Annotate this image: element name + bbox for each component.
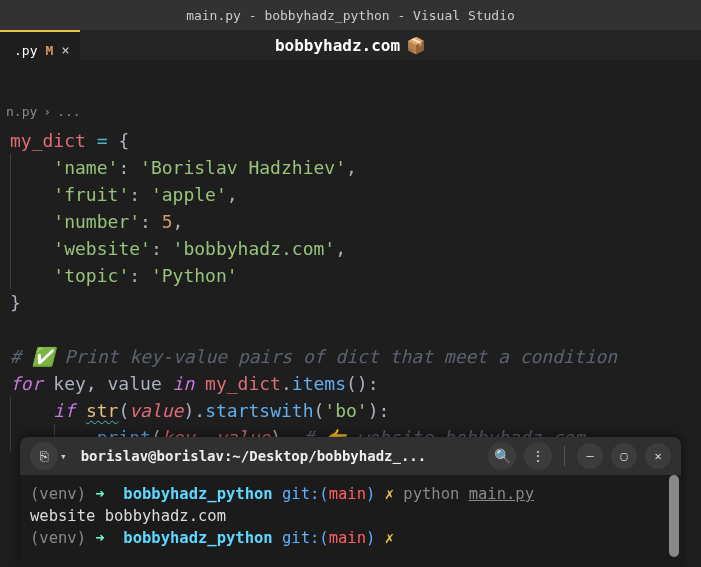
menu-icon[interactable]: ⋮ bbox=[524, 442, 552, 470]
terminal-panel: ⎘ ▾ borislav@borislav:~/Desktop/bobbyhad… bbox=[20, 437, 681, 567]
window-title-bar: main.py - bobbyhadz_python - Visual Stud… bbox=[0, 0, 701, 30]
code-line: my_dict = { bbox=[10, 127, 701, 154]
terminal-new-tab[interactable]: ⎘ ▾ bbox=[30, 442, 67, 470]
code-line: } bbox=[10, 289, 701, 316]
tab-modified-indicator: M bbox=[45, 43, 53, 58]
tab-main-py[interactable]: .py M × bbox=[0, 30, 80, 68]
editor-tabs: .py M × bbox=[0, 30, 80, 68]
terminal-title: borislav@borislav:~/Desktop/bobbyhadz_..… bbox=[75, 448, 480, 464]
chevron-right-icon: › bbox=[43, 104, 51, 119]
window-title: main.py - bobbyhadz_python - Visual Stud… bbox=[186, 8, 515, 23]
code-line: 'number': 5, bbox=[10, 208, 701, 235]
code-line: 'fruit': 'apple', bbox=[10, 181, 701, 208]
code-line bbox=[10, 316, 701, 343]
close-icon[interactable]: × bbox=[61, 42, 69, 58]
divider bbox=[564, 446, 565, 466]
scrollbar[interactable] bbox=[669, 475, 679, 557]
watermark: bobbyhadz.com 📦 bbox=[0, 30, 701, 60]
minimize-button[interactable]: — bbox=[577, 443, 603, 469]
search-icon[interactable]: 🔍 bbox=[488, 442, 516, 470]
code-line: 'topic': 'Python' bbox=[10, 262, 701, 289]
maximize-button[interactable]: ▢ bbox=[611, 443, 637, 469]
code-line: if str(value).startswith('bo'): bbox=[10, 397, 701, 424]
chevron-down-icon[interactable]: ▾ bbox=[60, 450, 67, 463]
code-line: 'name': 'Borislav Hadzhiev', bbox=[10, 154, 701, 181]
code-editor[interactable]: my_dict = { 'name': 'Borislav Hadzhiev',… bbox=[0, 123, 701, 461]
close-button[interactable]: ✕ bbox=[645, 443, 671, 469]
breadcrumb-file: n.py bbox=[6, 104, 37, 119]
new-terminal-icon[interactable]: ⎘ bbox=[30, 442, 58, 470]
terminal-body[interactable]: (venv) ➜ bobbyhadz_python git:(main) ✗ p… bbox=[20, 475, 681, 557]
terminal-line: (venv) ➜ bobbyhadz_python git:(main) ✗ bbox=[30, 527, 671, 549]
terminal-header: ⎘ ▾ borislav@borislav:~/Desktop/bobbyhad… bbox=[20, 437, 681, 475]
code-line: # ✅ Print key-value pairs of dict that m… bbox=[10, 343, 701, 370]
terminal-line: website bobbyhadz.com bbox=[30, 505, 671, 527]
code-line: 'website': 'bobbyhadz.com', bbox=[10, 235, 701, 262]
tab-filename: .py bbox=[14, 43, 37, 58]
breadcrumb[interactable]: n.py › ... bbox=[0, 98, 701, 123]
cube-icon: 📦 bbox=[406, 36, 426, 55]
watermark-text: bobbyhadz.com bbox=[275, 36, 400, 55]
code-line: for key, value in my_dict.items(): bbox=[10, 370, 701, 397]
terminal-line: (venv) ➜ bobbyhadz_python git:(main) ✗ p… bbox=[30, 483, 671, 505]
breadcrumb-rest: ... bbox=[57, 104, 80, 119]
